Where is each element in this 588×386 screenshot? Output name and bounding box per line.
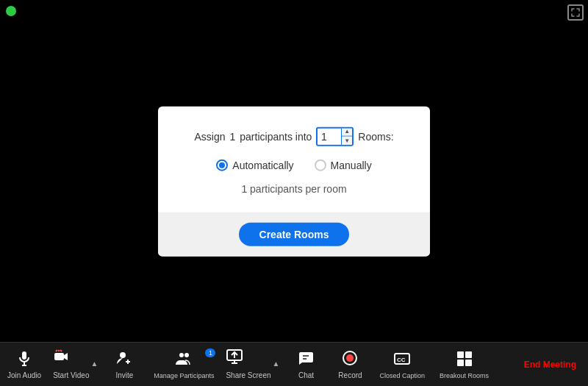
- video-icon: [53, 348, 89, 368]
- toolbar-item-breakout-rooms[interactable]: Breakout Rooms: [432, 343, 496, 386]
- toolbar-item-join-audio[interactable]: Join Audio: [0, 343, 49, 386]
- manage-participants-label: Manage Participants: [154, 372, 214, 379]
- chat-label: Chat: [298, 371, 314, 379]
- participants-icon: [175, 350, 193, 370]
- record-label: Record: [338, 371, 362, 379]
- svg-point-9: [179, 353, 184, 357]
- toolbar-item-chat[interactable]: Chat: [284, 343, 328, 386]
- breakout-rooms-label: Breakout Rooms: [440, 372, 489, 379]
- automatically-option[interactable]: Automatically: [216, 159, 293, 171]
- dialog-body: Assign 1 participants into ▲ ▼ Rooms: Au…: [158, 106, 430, 212]
- end-meeting-button[interactable]: End Meeting: [512, 343, 588, 386]
- toolbar-item-record[interactable]: Record: [328, 343, 372, 386]
- status-indicator: [6, 6, 16, 16]
- svg-point-10: [184, 353, 189, 357]
- participants-label: participants into: [240, 130, 312, 142]
- share-arrow-icon[interactable]: ▲: [273, 360, 280, 368]
- breakout-rooms-dialog: Assign 1 participants into ▲ ▼ Rooms: Au…: [158, 106, 430, 256]
- closed-caption-icon: CC: [393, 350, 411, 370]
- svg-rect-23: [457, 360, 464, 366]
- share-item-content: Share Screen: [226, 348, 270, 381]
- microphone-icon: [15, 349, 33, 369]
- svg-rect-24: [465, 360, 472, 366]
- spinner-up-button[interactable]: ▲: [342, 126, 352, 137]
- assign-row: Assign 1 participants into ▲ ▼ Rooms:: [176, 126, 412, 146]
- join-audio-label: Join Audio: [7, 371, 41, 379]
- rooms-input[interactable]: [318, 128, 341, 144]
- assignment-type-row: Automatically Manually: [176, 159, 412, 171]
- dialog-footer: Create Rooms: [158, 212, 430, 256]
- manually-radio[interactable]: [315, 159, 326, 171]
- toolbar-item-start-video[interactable]: Start Video ▲: [49, 343, 102, 386]
- toolbar-item-manage-participants[interactable]: Manage Participants 1: [146, 343, 221, 386]
- breakout-rooms-icon: [456, 350, 473, 370]
- share-screen-label: Share Screen: [226, 371, 270, 379]
- svg-text:CC: CC: [397, 357, 406, 363]
- manually-label: Manually: [331, 159, 372, 171]
- toolbar-item-invite[interactable]: Invite: [102, 343, 146, 386]
- svg-rect-22: [465, 351, 472, 358]
- record-icon: [341, 349, 359, 369]
- toolbar-items: Join Audio Start Video ▲: [0, 343, 512, 386]
- rooms-spinner[interactable]: ▲ ▼: [316, 126, 354, 146]
- toolbar-item-closed-caption[interactable]: CC Closed Caption: [372, 343, 432, 386]
- video-item-content: Start Video: [53, 348, 89, 381]
- video-arrow-icon[interactable]: ▲: [90, 360, 98, 368]
- participants-count: 1: [230, 130, 236, 142]
- svg-line-5: [60, 350, 62, 351]
- toolbar: Join Audio Start Video ▲: [0, 342, 588, 386]
- invite-icon: [115, 349, 133, 369]
- fullscreen-icon[interactable]: [567, 4, 584, 21]
- svg-rect-21: [457, 351, 464, 358]
- chat-icon: [297, 349, 315, 369]
- svg-line-3: [56, 350, 57, 351]
- create-rooms-button[interactable]: Create Rooms: [239, 222, 350, 246]
- per-room-text: 1 participants per room: [176, 182, 412, 194]
- automatically-radio[interactable]: [216, 159, 228, 171]
- closed-caption-label: Closed Caption: [379, 372, 425, 379]
- participants-badge: 1: [205, 349, 215, 357]
- manually-option[interactable]: Manually: [315, 159, 372, 171]
- svg-point-6: [120, 352, 126, 358]
- rooms-label: Rooms:: [358, 130, 393, 142]
- start-video-label: Start Video: [53, 371, 89, 379]
- automatically-label: Automatically: [232, 159, 293, 171]
- share-screen-icon: [226, 348, 270, 368]
- invite-label: Invite: [115, 371, 133, 379]
- assign-label: Assign: [194, 130, 225, 142]
- svg-rect-2: [54, 353, 64, 360]
- svg-point-17: [346, 354, 354, 362]
- toolbar-item-share-screen[interactable]: Share Screen ▲: [221, 343, 284, 386]
- spinner-down-button[interactable]: ▼: [342, 137, 352, 146]
- spinner-buttons: ▲ ▼: [341, 126, 352, 146]
